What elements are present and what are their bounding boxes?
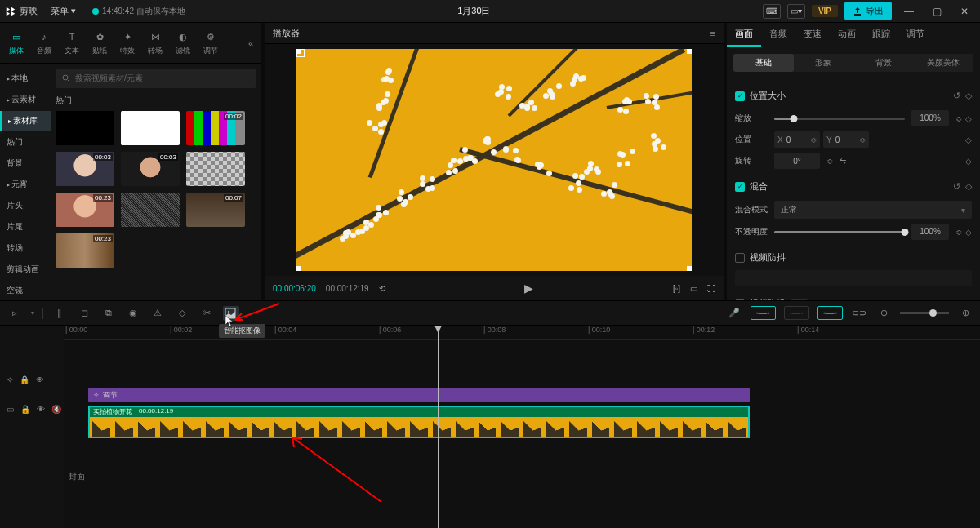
media-thumb[interactable]: [186, 152, 245, 186]
media-thumb[interactable]: [121, 193, 180, 227]
eye-icon[interactable]: 👁: [36, 375, 44, 384]
play-button[interactable]: ▶: [524, 282, 533, 295]
shortcut-button[interactable]: ⌨: [763, 4, 781, 19]
blend-header[interactable]: ✓ 混合 ↺◇: [735, 177, 972, 196]
pos-x-input[interactable]: X0≎: [774, 131, 820, 148]
maximize-button[interactable]: ▢: [926, 6, 947, 17]
preview-menu-icon[interactable]: ≡: [710, 29, 715, 38]
video-icon[interactable]: ▭: [7, 405, 14, 414]
reset-icon[interactable]: ↺: [953, 91, 960, 101]
magnet-icon[interactable]: ⊂⊃: [851, 308, 867, 318]
tool-tab-5[interactable]: ⋈转场: [142, 26, 168, 60]
mirror-tool[interactable]: ⚠: [149, 308, 166, 318]
auto-tag-3[interactable]: ◦—◦: [817, 306, 843, 320]
rotation-input[interactable]: 0°: [774, 153, 820, 169]
media-thumb[interactable]: 00:03: [56, 152, 114, 186]
tool-tab-7[interactable]: ⚙调节: [198, 26, 224, 60]
mic-icon[interactable]: 🎤: [726, 308, 742, 318]
crop2-tool[interactable]: ✂: [198, 308, 215, 318]
keyframe-icon[interactable]: ◇: [965, 91, 972, 101]
close-button[interactable]: ✕: [954, 6, 975, 17]
copy-tool[interactable]: ⧉: [100, 308, 117, 318]
sub-tab[interactable]: 美颜美体: [914, 54, 974, 72]
reverse-tool[interactable]: ◉: [125, 308, 141, 318]
denoise-header[interactable]: 视频降噪 VIP: [735, 295, 972, 300]
side-nav-item[interactable]: 片尾: [0, 217, 51, 237]
side-nav-item[interactable]: 转场: [0, 238, 51, 258]
reset-icon[interactable]: ↺: [953, 181, 960, 192]
video-clip[interactable]: 实拍植物开花00:00:12:19: [88, 406, 750, 438]
prop-tab[interactable]: 调节: [898, 23, 933, 47]
opacity-value[interactable]: 100%: [911, 224, 949, 240]
loop-icon[interactable]: ⟲: [379, 284, 385, 293]
timeline-ruler[interactable]: | 00:00| 00:02| 00:04| 00:06| 00:08| 00:…: [64, 326, 980, 340]
side-nav-item[interactable]: 剪辑动画: [0, 260, 51, 279]
menu-dropdown[interactable]: 菜单 ▾: [46, 3, 81, 19]
tool-tab-4[interactable]: ✦特效: [114, 26, 140, 60]
vip-badge[interactable]: VIP: [812, 5, 838, 17]
flip-h-icon[interactable]: ⇋: [840, 157, 846, 166]
tool-tab-0[interactable]: ▭媒体: [3, 26, 29, 60]
sub-tab[interactable]: 背景: [853, 54, 914, 72]
mute-icon[interactable]: 🔇: [51, 405, 61, 414]
sub-tab[interactable]: 基础: [733, 54, 794, 72]
select-tool[interactable]: ▹: [7, 308, 23, 318]
side-nav-item[interactable]: ▸云素材: [0, 90, 51, 109]
split-tool[interactable]: ‖: [51, 308, 68, 318]
media-thumb[interactable]: [56, 111, 114, 145]
stabilize-header[interactable]: 视频防抖: [735, 248, 972, 267]
keyframe-icon[interactable]: ◇: [965, 228, 972, 237]
media-thumb[interactable]: 00:02: [186, 111, 245, 145]
lock-icon[interactable]: 🔒: [20, 375, 29, 384]
checkbox-off-icon[interactable]: [735, 299, 745, 301]
original-size-icon[interactable]: [◦]: [673, 284, 680, 293]
stepper-icon[interactable]: ≎: [956, 114, 962, 123]
cover-label[interactable]: 封面: [69, 471, 85, 482]
opacity-slider[interactable]: [774, 231, 905, 233]
checkbox-off-icon[interactable]: [735, 253, 745, 263]
keyframe-icon[interactable]: ◇: [965, 181, 972, 192]
minimize-button[interactable]: —: [898, 6, 920, 17]
collapse-icon[interactable]: «: [243, 38, 258, 48]
adjustment-track[interactable]: ✧ 调节: [88, 388, 750, 402]
prop-tab[interactable]: 画面: [727, 23, 761, 47]
fullscreen-icon[interactable]: ⛶: [707, 284, 715, 293]
prop-tab[interactable]: 跟踪: [864, 23, 898, 47]
scale-value[interactable]: 100%: [911, 110, 949, 126]
media-thumb[interactable]: 00:03: [121, 152, 180, 186]
preview-frame[interactable]: [296, 49, 692, 271]
crop-tool[interactable]: ◻: [76, 308, 92, 318]
export-button[interactable]: 导出: [844, 2, 892, 20]
side-nav-item[interactable]: ▸元宵: [0, 175, 51, 194]
playhead[interactable]: [438, 326, 439, 528]
tool-tab-3[interactable]: ✿贴纸: [87, 26, 113, 60]
tool-tab-6[interactable]: ◐滤镜: [170, 26, 196, 60]
keyframe-icon[interactable]: ◇: [965, 157, 972, 166]
auto-tag-1[interactable]: ◦—◦: [751, 306, 776, 320]
auto-tag-2[interactable]: ◦—◦: [784, 306, 809, 320]
keyframe-icon[interactable]: ◇: [965, 135, 972, 144]
prop-tab[interactable]: 变速: [795, 23, 830, 47]
zoom-in-icon[interactable]: ⊕: [957, 308, 973, 318]
adjust-icon[interactable]: ✧: [7, 375, 13, 384]
pos-y-input[interactable]: Y0≎: [823, 131, 869, 148]
side-nav-item[interactable]: 片头: [0, 196, 51, 215]
stepper-icon[interactable]: ≎: [956, 228, 962, 237]
prop-tab[interactable]: 动画: [830, 23, 864, 47]
side-nav-item[interactable]: 背景: [0, 153, 51, 173]
media-thumb[interactable]: 00:07: [186, 193, 245, 227]
search-input[interactable]: 搜索视频素材/元素: [56, 69, 256, 88]
media-thumb[interactable]: 00:23: [56, 193, 114, 227]
ratio-icon[interactable]: ▭: [690, 284, 697, 293]
blend-mode-select[interactable]: 正常▾: [774, 201, 972, 219]
zoom-slider[interactable]: [900, 312, 949, 314]
side-nav-item[interactable]: 空镜: [0, 281, 51, 300]
pos-size-header[interactable]: ✓ 位置大小 ↺◇: [735, 87, 972, 105]
eye-icon[interactable]: 👁: [37, 405, 45, 414]
rotate-tool[interactable]: ◇: [174, 308, 190, 318]
media-thumb[interactable]: 00:23: [56, 233, 114, 268]
checkbox-on-icon[interactable]: ✓: [735, 91, 745, 101]
media-thumb[interactable]: [121, 111, 180, 145]
side-nav-item[interactable]: ▸本地: [0, 69, 51, 88]
keyframe-icon[interactable]: ◇: [965, 114, 972, 123]
